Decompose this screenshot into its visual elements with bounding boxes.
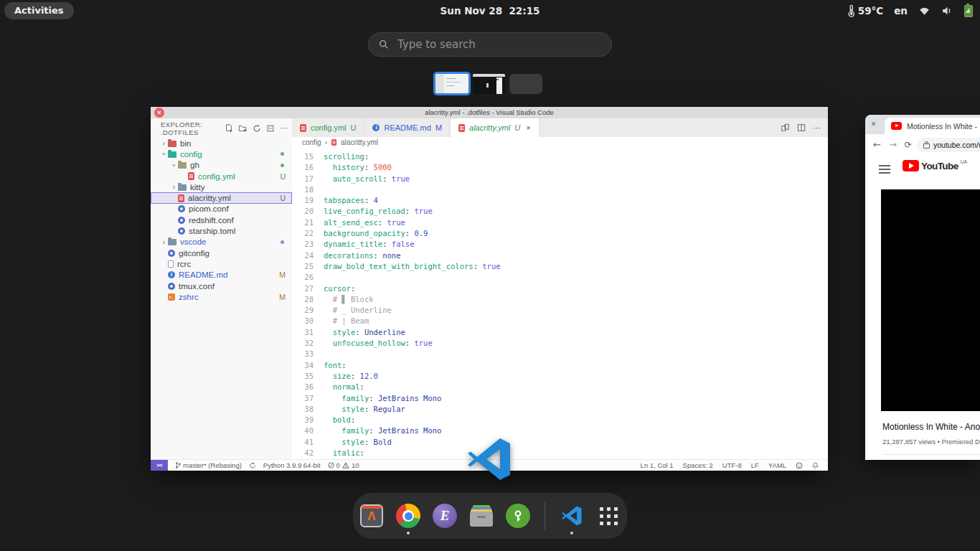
- chevron-right-icon[interactable]: ›: [170, 183, 178, 191]
- chevron-right-icon[interactable]: ›: [160, 139, 168, 147]
- code-line-24[interactable]: 24decorations: none: [292, 250, 828, 261]
- close-tab-icon[interactable]: ×: [526, 123, 530, 132]
- code-line-36[interactable]: 36 normal:: [292, 382, 828, 392]
- workspace-thumbnail-active[interactable]: [433, 72, 471, 95]
- indentation[interactable]: Spaces: 2: [683, 461, 713, 469]
- tree-item-tmux-conf[interactable]: tmux.conf: [151, 281, 292, 291]
- breadcrumb[interactable]: config › alacritty.yml: [292, 137, 828, 148]
- search-input[interactable]: [396, 37, 585, 52]
- code-line-20[interactable]: 20live_config_reload: true: [292, 206, 828, 217]
- workspace-thumbnail-youtube[interactable]: [473, 74, 505, 94]
- tree-item-bin[interactable]: ›bin: [151, 138, 292, 149]
- notifications-bell-icon[interactable]: [812, 462, 819, 469]
- tree-item-readme-md[interactable]: README.mdM: [151, 270, 292, 281]
- tree-item-zshrc[interactable]: zshrcM: [151, 291, 292, 302]
- open-changes-icon[interactable]: [781, 123, 790, 132]
- code-line-21[interactable]: 21alt_send_esc: true: [292, 217, 828, 228]
- tree-item-redshift-conf[interactable]: redshift.conf: [151, 215, 292, 225]
- tree-item-gh[interactable]: ›gh: [151, 160, 292, 171]
- battery-charging-icon[interactable]: [964, 5, 973, 17]
- reload-button[interactable]: ⟳: [905, 140, 912, 150]
- tree-item-config[interactable]: ›config: [151, 149, 292, 159]
- youtube-logo[interactable]: YouTube UA: [903, 160, 967, 171]
- new-folder-icon[interactable]: [238, 124, 248, 133]
- code-editor[interactable]: 15scrolling:16 history: 500017 auto_scro…: [292, 148, 828, 459]
- tree-item-picom-conf[interactable]: picom.conf: [151, 204, 292, 215]
- code-line-17[interactable]: 17 auto_scroll: true: [292, 174, 828, 184]
- chevron-right-icon[interactable]: ›: [160, 238, 168, 246]
- tree-item-kitty[interactable]: ›kitty: [151, 182, 292, 192]
- code-line-29[interactable]: 29 # _ Underline: [292, 305, 828, 316]
- sync-button[interactable]: [249, 462, 256, 469]
- code-line-22[interactable]: 22background_opacity: 0.9: [292, 228, 828, 239]
- system-status-area[interactable]: 59°C en: [848, 0, 973, 22]
- close-window-icon[interactable]: ×: [154, 108, 164, 118]
- dock-item-vscode[interactable]: [559, 503, 585, 529]
- code-line-18[interactable]: 18: [292, 184, 828, 195]
- vscode-logo-icon[interactable]: [466, 436, 512, 482]
- code-line-40[interactable]: 40 family: JetBrains Mono: [292, 425, 828, 436]
- code-line-15[interactable]: 15scrolling:: [292, 151, 828, 162]
- feedback-icon[interactable]: [796, 462, 803, 469]
- code-line-35[interactable]: 35 size: 12.0: [292, 371, 828, 382]
- code-line-30[interactable]: 30 # | Beam: [292, 316, 828, 326]
- more-actions-icon[interactable]: ⋯: [280, 123, 288, 133]
- tree-item-config-yml[interactable]: config.ymlU: [151, 171, 292, 182]
- back-button[interactable]: ←: [873, 139, 881, 150]
- split-editor-icon[interactable]: [797, 123, 806, 132]
- eol-sequence[interactable]: LF: [751, 461, 759, 469]
- forward-button[interactable]: →: [889, 139, 897, 150]
- tab-readme-md[interactable]: README.md M: [364, 118, 451, 137]
- code-line-34[interactable]: 34font:: [292, 360, 828, 371]
- git-branch-status[interactable]: master* (Rebasing): [175, 461, 242, 469]
- code-line-38[interactable]: 38 style: Regular: [292, 404, 828, 415]
- code-line-23[interactable]: 23dynamic_title: false: [292, 239, 828, 250]
- chrome-window[interactable]: × Motionless In White - ← → ⟳ youtube.co…: [865, 115, 980, 460]
- code-line-26[interactable]: 26: [292, 272, 828, 283]
- code-line-19[interactable]: 19tabspaces: 4: [292, 195, 828, 206]
- remote-indicator[interactable]: ><: [151, 460, 168, 471]
- more-actions-icon[interactable]: ⋯: [813, 123, 821, 133]
- tab-alacritty-yml[interactable]: alacritty.yml U ×: [451, 118, 540, 137]
- code-line-39[interactable]: 39 bold:: [292, 415, 828, 425]
- chevron-down-icon[interactable]: ›: [160, 150, 168, 158]
- wifi-icon[interactable]: [918, 6, 930, 16]
- keyboard-layout[interactable]: en: [894, 5, 908, 17]
- overview-search[interactable]: [368, 32, 612, 57]
- dock-item-chrome[interactable]: [395, 503, 421, 529]
- volume-icon[interactable]: [941, 6, 953, 16]
- new-file-icon[interactable]: [225, 124, 233, 133]
- code-line-32[interactable]: 32 unfocused_hollow: true: [292, 338, 828, 349]
- encoding[interactable]: UTF-8: [722, 461, 742, 469]
- collapse-all-icon[interactable]: [266, 124, 275, 133]
- code-line-16[interactable]: 16 history: 5000: [292, 162, 828, 173]
- dock-item-alacritty[interactable]: Λ: [359, 503, 385, 529]
- code-line-27[interactable]: 27cursor:: [292, 283, 828, 294]
- dock-item-emacs[interactable]: E: [432, 503, 458, 529]
- code-line-31[interactable]: 31 style: Underline: [292, 327, 828, 338]
- address-bar[interactable]: youtube.com/wa: [917, 138, 980, 152]
- code-line-25[interactable]: 25draw_bold_text_with_bright_colors: tru…: [292, 261, 828, 272]
- dock-item-files[interactable]: [468, 503, 494, 529]
- vscode-title-bar[interactable]: alacritty.yml - .dotfiles - Visual Studi…: [151, 107, 828, 118]
- chevron-down-icon[interactable]: ›: [170, 161, 178, 169]
- tree-item-starship-toml[interactable]: starship.toml: [151, 225, 292, 236]
- language-mode[interactable]: YAML: [768, 461, 786, 469]
- tree-item-alacritty-yml[interactable]: alacritty.ymlU: [151, 192, 292, 203]
- menu-hamburger-icon[interactable]: [879, 165, 890, 166]
- problems-status[interactable]: 0 10: [328, 461, 359, 469]
- vscode-window[interactable]: alacritty.yml - .dotfiles - Visual Studi…: [151, 107, 828, 471]
- dock-item-app-grid[interactable]: [595, 503, 621, 529]
- clock[interactable]: Sun Nov 28 22:15: [0, 0, 980, 22]
- code-line-33[interactable]: 33: [292, 349, 828, 359]
- workspace-thumbnail-empty[interactable]: [509, 74, 542, 94]
- tab-close-icon[interactable]: ×: [871, 119, 876, 129]
- code-line-37[interactable]: 37 family: JetBrains Mono: [292, 393, 828, 404]
- cursor-position[interactable]: Ln 1, Col 1: [641, 461, 674, 469]
- youtube-tab[interactable]: Motionless In White -: [885, 118, 980, 134]
- code-line-41[interactable]: 41 style: Bold: [292, 437, 828, 448]
- tree-item-rcrc[interactable]: rcrc: [151, 258, 292, 269]
- tree-item-vscode[interactable]: ›vscode: [151, 237, 292, 248]
- refresh-icon[interactable]: [253, 124, 261, 133]
- code-line-42[interactable]: 42 italic:: [292, 448, 828, 458]
